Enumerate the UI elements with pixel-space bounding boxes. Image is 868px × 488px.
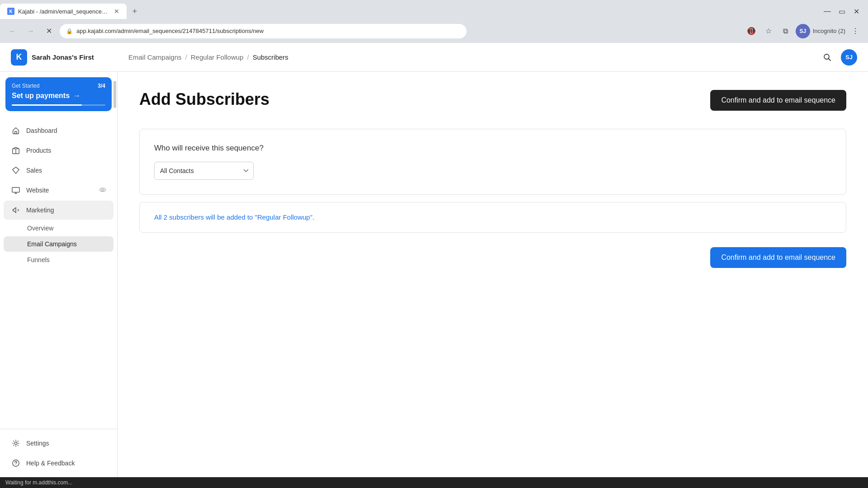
brand: K Sarah Jonas's First [11,49,128,66]
breadcrumb-sep-1: / [185,53,187,61]
brand-logo-letter: K [16,52,22,62]
window-controls: — ▭ ✕ [821,5,868,18]
search-icon [823,53,832,62]
svg-point-13 [15,465,16,465]
sidebar-item-label-dashboard: Dashboard [26,127,106,134]
browser-chrome: K Kajabi - /admin/email_sequences/... ✕ … [0,0,868,43]
gs-title: Set up payments → [12,92,105,100]
status-bar-text: Waiting for m.addthis.com... [5,479,72,486]
active-tab[interactable]: K Kajabi - /admin/email_sequences/... ✕ [0,4,127,19]
get-started-card[interactable]: Get Started 3/4 Set up payments → [5,77,112,111]
sidebar-item-help[interactable]: Help & Feedback [4,454,113,473]
svg-rect-6 [12,188,19,192]
app-layout: K Sarah Jonas's First Email Campaigns / … [0,43,868,488]
house-icon [11,126,21,136]
sidebar-item-label-marketing: Marketing [26,206,106,214]
new-tab-button[interactable]: + [128,5,141,18]
confirm-add-button-top[interactable]: Confirm and add to email sequence [710,90,846,111]
sidebar-item-dashboard[interactable]: Dashboard [4,121,113,140]
sidebar-item-settings[interactable]: Settings [4,434,113,453]
sidebar-nav: Dashboard Products Sales [0,117,117,272]
svg-marker-5 [13,167,19,174]
subscribers-info-link[interactable]: All 2 subscribers will be added to "Regu… [154,213,314,221]
sidebar-item-website[interactable]: Website [4,181,113,200]
sidebar-subitem-funnels[interactable]: Funnels [4,252,113,267]
cast-icon[interactable]: 📵 [744,24,759,38]
sidebar-subitem-overview[interactable]: Overview [4,221,113,236]
sidebar-scroll: Get Started 3/4 Set up payments → [0,72,117,429]
forward-button[interactable]: → [24,24,38,38]
profile-button[interactable]: SJ [796,24,810,38]
tab-favicon: K [7,8,14,15]
svg-point-10 [102,189,104,191]
monitor-icon [11,185,21,195]
gs-arrow-icon: → [73,92,80,100]
gs-title-text: Set up payments [12,92,70,100]
close-window-button[interactable]: ✕ [850,5,863,18]
gs-top: Get Started 3/4 [12,83,105,89]
address-bar: ← → ✕ 🔒 app.kajabi.com/admin/email_seque… [0,19,868,43]
user-avatar[interactable]: SJ [841,49,857,66]
top-nav: K Sarah Jonas's First Email Campaigns / … [0,43,868,72]
breadcrumb-current: Subscribers [253,53,288,61]
breadcrumb-sep-2: / [247,53,249,61]
eye-icon [99,186,106,195]
lock-icon: 🔒 [66,28,73,34]
page-header: Add Subscribers Confirm and add to email… [139,90,846,111]
sidebar-item-marketing[interactable]: Marketing [4,201,113,220]
breadcrumb-email-campaigns[interactable]: Email Campaigns [128,53,182,61]
scrollbar-track[interactable] [113,72,116,477]
who-receives-section: Who will receive this sequence? All Cont… [139,129,846,195]
diamond-icon [11,165,21,175]
page-content: Add Subscribers Confirm and add to email… [118,72,868,477]
gear-icon [11,438,21,448]
sidebar-item-label-help: Help & Feedback [26,460,106,467]
sidebar-item-label-products: Products [26,147,106,154]
question-label: Who will receive this sequence? [154,144,831,153]
sidebar-item-sales[interactable]: Sales [4,161,113,180]
url-bar[interactable]: 🔒 app.kajabi.com/admin/email_sequences/2… [60,24,467,38]
gs-progress-fill [12,104,82,106]
menu-button[interactable]: ⋮ [848,24,863,38]
search-button[interactable] [819,49,835,66]
breadcrumb-regular-followup[interactable]: Regular Followup [191,53,244,61]
confirm-add-button-bottom[interactable]: Confirm and add to email sequence [710,247,846,268]
gs-count: 3/4 [98,83,105,89]
breadcrumb: Email Campaigns / Regular Followup / Sub… [128,53,819,61]
sidebar-subitem-label-funnels: Funnels [27,256,50,263]
tab-close-button[interactable]: ✕ [114,8,119,15]
box-icon [11,145,21,155]
svg-rect-2 [15,131,17,134]
contacts-dropdown[interactable]: All Contacts Specific Segment Individual… [154,162,254,180]
sidebar-subitem-email-campaigns[interactable]: Email Campaigns [4,236,113,252]
back-button[interactable]: ← [5,24,20,38]
restore-button[interactable]: ▭ [835,5,848,18]
subscribers-info-card: All 2 subscribers will be added to "Regu… [139,202,846,233]
minimize-button[interactable]: — [821,5,834,18]
page-title: Add Subscribers [139,90,269,109]
reload-button[interactable]: ✕ [42,24,56,38]
toolbar-icons: 📵 ☆ ⧉ SJ Incognito (2) ⋮ [744,24,863,38]
megaphone-icon [11,205,21,215]
sidebar-subitem-label-overview: Overview [27,225,53,232]
profile-manager-icon[interactable]: ⧉ [778,24,793,38]
sidebar: Get Started 3/4 Set up payments → [0,72,118,477]
scrollbar-thumb[interactable] [113,81,116,108]
main-content: Get Started 3/4 Set up payments → [0,72,868,477]
sidebar-item-label-settings: Settings [26,440,106,447]
sidebar-item-label-sales: Sales [26,167,106,174]
sidebar-item-products[interactable]: Products [4,141,113,160]
sidebar-subitem-label-email-campaigns: Email Campaigns [27,240,77,248]
bookmark-icon[interactable]: ☆ [761,24,776,38]
gs-progress [12,104,105,106]
gs-label: Get Started [12,83,39,89]
incognito-label: Incognito (2) [813,28,845,34]
sidebar-bottom: Settings Help & Feedback [0,429,117,477]
svg-line-1 [829,58,831,61]
tab-title: Kajabi - /admin/email_sequences/... [18,8,110,15]
status-bar: Waiting for m.addthis.com... [0,477,868,488]
svg-point-9 [100,188,106,192]
svg-point-11 [14,442,17,444]
nav-actions: SJ [819,49,857,66]
sidebar-item-label-website: Website [26,187,94,194]
